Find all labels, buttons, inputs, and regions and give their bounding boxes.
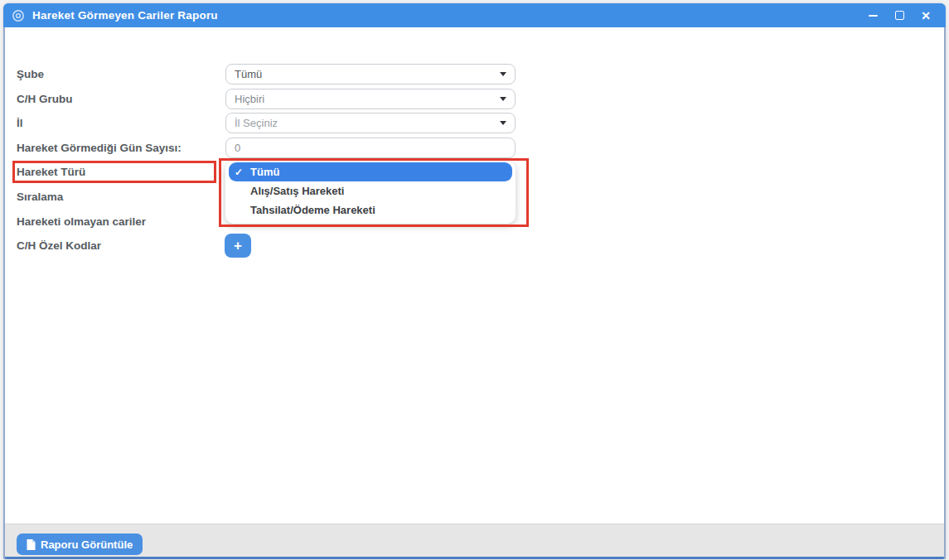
minimize-button[interactable] [866,9,879,22]
dropdown-option-tahsilat-odeme[interactable]: Tahsilat/Ödeme Hareketi [229,200,512,220]
titlebar[interactable]: Hareket Görmeyen Cariler Raporu ✕ [3,3,946,27]
window-title: Hareket Görmeyen Cariler Raporu [32,9,218,22]
label-hareketi-olmayan-cariler: Hareketi olmayan cariler [17,211,146,233]
check-icon: ✓ [235,167,243,178]
form-content: Şube C/H Grubu İl Hareket Görmediği Gün … [5,27,944,524]
sube-select[interactable]: Tümü [225,64,516,84]
dropdown-option-label: Tahsilat/Ödeme Hareketi [250,204,375,216]
ch-grubu-select-value: Hiçbiri [235,93,264,105]
il-select-value: İl Seçiniz [235,117,278,129]
chevron-down-icon [500,121,506,125]
dropdown-option-tumu[interactable]: ✓ Tümü [229,162,512,181]
hareket-turu-dropdown-popup: ✓ Tümü Alış/Satış Hareketi Tahsilat/Ödem… [225,161,516,224]
view-report-button[interactable]: Raporu Görüntüle [17,533,143,555]
dropdown-option-label: Alış/Satış Hareketi [250,185,344,197]
sube-select-value: Tümü [235,68,262,80]
label-hareket-turu: Hareket Türü [17,162,85,183]
view-report-label: Raporu Görüntüle [41,538,133,551]
chevron-down-icon [500,72,506,76]
label-ch-ozel-kodlar: C/H Özel Kodlar [17,235,101,257]
add-ozel-kod-button[interactable]: + [225,234,251,258]
gun-sayisi-input[interactable]: 0 [225,138,516,158]
gun-sayisi-input-value: 0 [235,142,240,154]
il-select[interactable]: İl Seçiniz [225,113,516,133]
label-il: İl [17,113,23,134]
chevron-down-icon [500,97,506,101]
window-controls: ✕ [866,9,946,22]
plus-icon: + [234,239,242,253]
app-circle-icon [12,9,25,22]
footer-bar: Raporu Görüntüle [5,524,944,557]
report-dialog-window: Hareket Görmeyen Cariler Raporu ✕ Şube C… [3,3,946,559]
maximize-icon [895,11,904,20]
minimize-icon [869,15,878,17]
desktop-screen: Hareket Görmeyen Cariler Raporu ✕ Şube C… [0,0,949,560]
close-button[interactable]: ✕ [919,9,932,22]
label-ch-grubu: C/H Grubu [17,89,73,110]
dropdown-option-label: Tümü [250,166,279,178]
maximize-button[interactable] [893,9,906,22]
label-sube: Şube [17,64,44,85]
ch-grubu-select[interactable]: Hiçbiri [225,89,516,109]
label-gun-sayisi: Hareket Görmediği Gün Sayısı: [17,138,182,159]
label-siralama: Sıralama [17,186,63,208]
document-icon [27,539,36,550]
dropdown-option-alis-satis[interactable]: Alış/Satış Hareketi [229,181,512,200]
